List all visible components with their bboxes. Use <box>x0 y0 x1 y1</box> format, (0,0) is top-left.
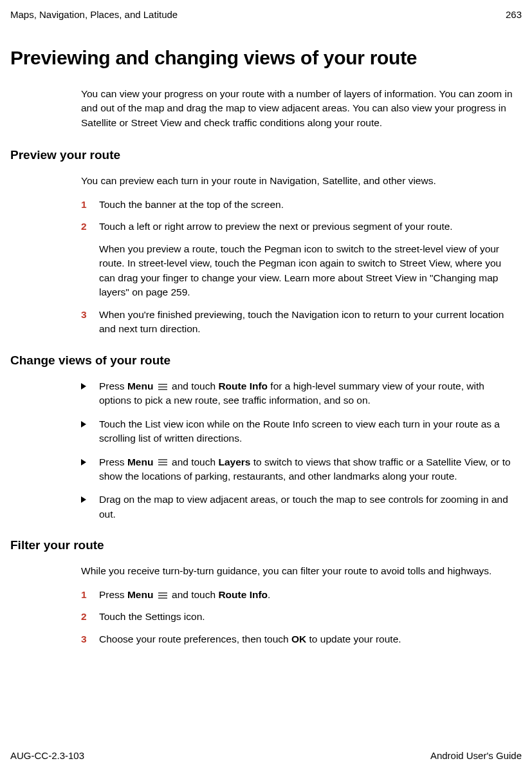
menu-icon <box>158 458 167 466</box>
step-number: 3 <box>81 632 99 646</box>
doc-id: AUG-CC-2.3-103 <box>10 750 84 761</box>
list-item: 3 When you're finished previewing, touch… <box>81 308 515 337</box>
change-bullets: Press Menu and touch Route Info for a hi… <box>81 379 515 522</box>
step-text: Touch a left or right arrow to preview t… <box>99 220 515 234</box>
intro-paragraph: You can view your progress on your route… <box>81 87 515 130</box>
svg-rect-2 <box>158 389 167 390</box>
svg-rect-4 <box>158 462 167 463</box>
preview-steps: 1 Touch the banner at the top of the scr… <box>81 198 515 234</box>
preview-section: Preview your route You can preview each … <box>10 148 522 336</box>
bullet-triangle-icon <box>81 493 99 521</box>
svg-rect-8 <box>158 597 167 599</box>
preview-heading: Preview your route <box>10 148 522 162</box>
step-number: 2 <box>81 220 99 234</box>
svg-rect-7 <box>158 595 167 596</box>
svg-rect-5 <box>158 464 167 465</box>
svg-rect-6 <box>158 592 167 594</box>
page-header: Maps, Navigation, Places, and Latitude 2… <box>0 0 532 20</box>
bullet-text: Drag on the map to view adjacent areas, … <box>99 493 515 521</box>
step-text: When you're finished previewing, touch t… <box>99 308 515 337</box>
step-text: Touch the Settings icon. <box>99 610 515 624</box>
step-text: Touch the banner at the top of the scree… <box>99 198 515 212</box>
list-item: 2 Touch a left or right arrow to preview… <box>81 220 515 234</box>
guide-name: Android User's Guide <box>430 750 522 761</box>
list-item: 1 Press Menu and touch Route Info. <box>81 588 515 602</box>
menu-icon <box>158 383 167 391</box>
list-item: Press Menu and touch Route Info for a hi… <box>81 379 515 408</box>
filter-steps: 1 Press Menu and touch Route Info. 2 Tou… <box>81 588 515 646</box>
page-title: Previewing and changing views of your ro… <box>10 47 522 69</box>
svg-rect-1 <box>158 386 167 388</box>
chapter-title: Maps, Navigation, Places, and Latitude <box>10 9 178 20</box>
list-item: Drag on the map to view adjacent areas, … <box>81 493 515 521</box>
bullet-triangle-icon <box>81 379 99 408</box>
step-number: 2 <box>81 610 99 624</box>
step-number: 1 <box>81 588 99 602</box>
preview-steps-cont: 3 When you're finished previewing, touch… <box>81 308 515 337</box>
step-number: 1 <box>81 198 99 212</box>
svg-rect-3 <box>158 459 167 460</box>
step-text: Choose your route preferences, then touc… <box>99 632 515 646</box>
page-footer: AUG-CC-2.3-103 Android User's Guide <box>10 750 522 761</box>
bullet-text: Press Menu and touch Route Info for a hi… <box>99 379 515 408</box>
list-item: Touch the List view icon while on the Ro… <box>81 417 515 446</box>
step-text: Press Menu and touch Route Info. <box>99 588 515 602</box>
svg-rect-0 <box>158 384 167 385</box>
page-content: Previewing and changing views of your ro… <box>0 47 532 646</box>
filter-intro: While you receive turn-by-turn guidance,… <box>81 564 515 578</box>
filter-section: Filter your route While you receive turn… <box>10 538 522 646</box>
bullet-text: Touch the List view icon while on the Ro… <box>99 417 515 446</box>
change-heading: Change views of your route <box>10 353 522 368</box>
menu-icon <box>158 592 167 599</box>
list-item: 3 Choose your route preferences, then to… <box>81 632 515 646</box>
filter-heading: Filter your route <box>10 538 522 552</box>
bullet-triangle-icon <box>81 417 99 446</box>
bullet-text: Press Menu and touch Layers to switch to… <box>99 455 515 484</box>
change-views-section: Change views of your route Press Menu an… <box>10 353 522 522</box>
list-item: 2 Touch the Settings icon. <box>81 610 515 624</box>
list-item: Press Menu and touch Layers to switch to… <box>81 455 515 484</box>
step-number: 3 <box>81 308 99 337</box>
list-item: 1 Touch the banner at the top of the scr… <box>81 198 515 212</box>
bullet-triangle-icon <box>81 455 99 484</box>
page-number: 263 <box>506 9 522 20</box>
step-subtext: When you preview a route, touch the Pegm… <box>99 242 515 300</box>
preview-intro: You can preview each turn in your route … <box>81 174 515 188</box>
